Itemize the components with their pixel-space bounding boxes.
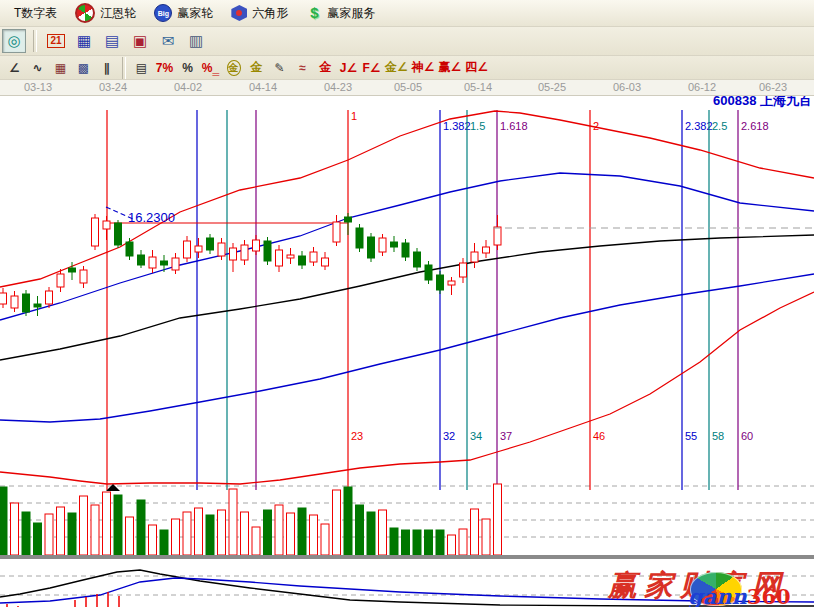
wheel-icon — [75, 3, 95, 23]
candle-body — [483, 247, 490, 253]
menu-gann-wheel[interactable]: 江恩轮 — [69, 1, 142, 25]
peak-price-value: 16.2300 — [128, 210, 175, 225]
vertical-bottom-label: 23 — [351, 430, 363, 442]
candle-body — [345, 217, 352, 222]
menu-hexagon[interactable]: 六角形 — [225, 3, 294, 24]
volume-bar — [356, 505, 364, 555]
win-angle-tool-glyph: 赢∠ — [439, 59, 462, 76]
gold-underline-tool-glyph: 金 — [320, 59, 332, 76]
gann-box-tool[interactable]: ▩ — [73, 58, 94, 78]
f-angle-tool-glyph: F∠ — [362, 61, 380, 75]
menu-winner-wheel-label: 赢家轮 — [177, 5, 213, 22]
candle-body — [287, 255, 294, 258]
volume-bar — [183, 512, 191, 555]
candle-body — [460, 263, 467, 277]
gann-grid-tool[interactable]: ▦ — [50, 58, 71, 78]
gold-underline-tool[interactable]: 金 — [315, 58, 336, 78]
volume-bar — [103, 492, 111, 555]
volume-bar — [229, 489, 237, 555]
menu-bar: T数字表江恩轮Big赢家轮六角形$赢家服务 — [0, 0, 814, 27]
gann-grid-tool-glyph: ▦ — [55, 61, 66, 75]
email-button[interactable]: ✉ — [156, 29, 180, 53]
date-label: 06-12 — [688, 81, 716, 93]
volume-bar — [321, 524, 329, 555]
vertical-bottom-label: 58 — [712, 430, 724, 442]
percent-retrace-tool[interactable]: 7% — [154, 58, 175, 78]
volume-bar — [448, 535, 456, 555]
candle-body — [425, 265, 432, 280]
volume-bar — [218, 510, 226, 555]
volume-bar — [436, 530, 444, 555]
volume-bar — [379, 510, 387, 555]
volume-bar — [45, 514, 53, 555]
menu-winner-service[interactable]: $赢家服务 — [300, 3, 381, 24]
calendar-button[interactable]: 21 — [44, 29, 68, 53]
vertical-bottom-label: 37 — [500, 430, 512, 442]
candle-body — [241, 245, 248, 260]
percent-tool[interactable]: % — [177, 58, 198, 78]
candle-body — [195, 246, 202, 252]
gold-angle-tool-glyph: 金∠ — [385, 59, 408, 76]
candle-body — [126, 242, 133, 256]
candle-body — [276, 250, 283, 266]
gann-wheel-view-button-glyph: ◎ — [7, 32, 20, 50]
candle-body — [161, 261, 168, 265]
date-axis: 03-1303-2404-0204-1404-2305-0505-1405-25… — [0, 80, 814, 96]
gann-wheel-view-button[interactable]: ◎ — [2, 29, 26, 53]
volume-bar — [34, 523, 42, 555]
zigzag-tool-glyph: ∿ — [32, 61, 42, 75]
parallel-lines-tool[interactable]: ∥ — [96, 58, 117, 78]
trend-line-tool[interactable]: ∠ — [4, 58, 25, 78]
volume-bar — [137, 500, 145, 555]
candle-body — [379, 238, 386, 252]
calculator-button-glyph: ▦ — [77, 32, 91, 50]
candle-body — [0, 293, 7, 304]
date-label: 03-13 — [24, 81, 52, 93]
wave-tool[interactable]: ≈ — [292, 58, 313, 78]
candle-body — [391, 242, 398, 247]
menu-gann-wheel-label: 江恩轮 — [100, 5, 136, 22]
brush-tool[interactable]: ✎ — [269, 58, 290, 78]
calculator-button[interactable]: ▦ — [72, 29, 96, 53]
volume-bar — [114, 495, 122, 555]
price-scale-tool[interactable]: ▤ — [131, 58, 152, 78]
shen-angle-tool[interactable]: 神∠ — [411, 58, 436, 78]
gold-line-tool-glyph: 金 — [251, 59, 263, 76]
price-scale-tool-glyph: ▤ — [136, 61, 147, 75]
drawing-toolbar: ∠∿▦▩∥▤7%%%‗金金✎≈金J∠F∠金∠神∠赢∠四∠ — [0, 56, 814, 80]
candle-body — [322, 258, 329, 266]
trend-line-tool-glyph: ∠ — [9, 61, 20, 75]
menu-digital-table[interactable]: T数字表 — [8, 3, 63, 24]
si-angle-tool[interactable]: 四∠ — [464, 58, 489, 78]
win-angle-tool[interactable]: 赢∠ — [438, 58, 463, 78]
parallel-lines-tool-glyph: ∥ — [104, 61, 110, 75]
notes-button[interactable]: ▤ — [100, 29, 124, 53]
volume-bar — [390, 528, 398, 555]
gold-angle-tool[interactable]: 金∠ — [384, 58, 409, 78]
candle-body — [253, 240, 260, 251]
notes-button-glyph: ▤ — [105, 32, 119, 50]
menu-winner-wheel[interactable]: Big赢家轮 — [148, 2, 219, 24]
candle-body — [437, 275, 444, 290]
volume-bar — [264, 510, 272, 555]
percent-retrace-tool-glyph: 7% — [156, 61, 173, 75]
candle-body — [184, 241, 191, 258]
gold-circle-tool[interactable]: 金 — [223, 58, 244, 78]
candle-body — [103, 221, 110, 229]
save-button[interactable]: ▣ — [128, 29, 152, 53]
volume-bar — [22, 512, 30, 555]
print-button-glyph: ▥ — [189, 32, 203, 50]
print-button[interactable]: ▥ — [184, 29, 208, 53]
menu-digital-table-label: T数字表 — [14, 5, 57, 22]
j-angle-tool[interactable]: J∠ — [338, 58, 359, 78]
volume-bar — [91, 505, 99, 555]
gold-line-tool[interactable]: 金 — [246, 58, 267, 78]
volume-bar — [367, 512, 375, 555]
vertical-bottom-label: 32 — [443, 430, 455, 442]
percent-line-tool[interactable]: %‗ — [200, 58, 221, 78]
candle-body — [92, 218, 99, 246]
vertical-top-label: 1.5 — [470, 120, 485, 132]
zigzag-tool[interactable]: ∿ — [27, 58, 48, 78]
percent-tool-glyph: % — [182, 61, 193, 75]
f-angle-tool[interactable]: F∠ — [361, 58, 382, 78]
